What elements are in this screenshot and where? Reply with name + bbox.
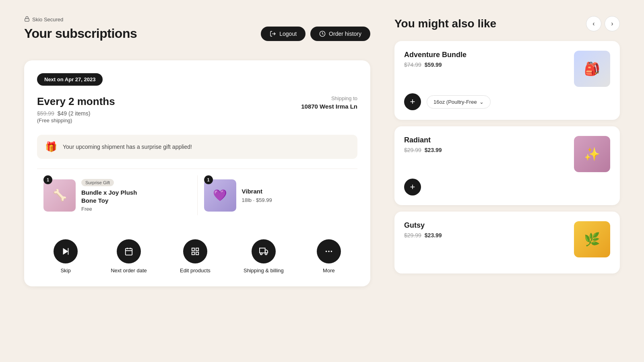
upsell-title: You might also like [394,17,496,30]
skip-button[interactable]: Skip [54,239,78,274]
logout-icon [270,31,276,37]
truck-icon [259,247,268,256]
svg-marker-3 [63,248,68,255]
free-shipping: (Free shipping) [37,117,115,123]
upsell-product-image-gutsy: 🌿 [574,221,610,257]
next-order-date-button[interactable]: Next order date [111,239,147,274]
subscription-right: Shipping to 10870 West Irma Ln [301,95,357,110]
gift-icon: 🎁 [45,141,57,152]
page-title: Your subscriptions [24,26,137,41]
subscription-frequency: Every 2 months [37,95,115,108]
chevron-down-icon: ⌄ [479,99,484,105]
header-buttons: Logout Order history [261,27,370,41]
secured-badge: Skio Secured [24,16,370,23]
svg-point-17 [326,251,327,252]
truck-icon-circle [252,239,276,263]
calendar-icon [124,247,133,256]
skip-icon-circle [54,239,78,263]
svg-rect-0 [25,19,29,21]
right-panel: You might also like ‹ › Adventure Bundle… [394,16,620,346]
logout-button[interactable]: Logout [261,27,305,41]
actions-row: Skip Next order date [37,233,357,274]
subscription-pricing: $59.99 $49 (2 items) [37,110,115,117]
page-header: Your subscriptions Logout [24,26,370,41]
gift-notice: 🎁 Your upcoming shipment has a surprise … [37,135,357,159]
edit-products-button[interactable]: Edit products [180,239,211,274]
upsell-card-adventure: Adventure Bundle $74.99 $59.99 🎒 + 16oz … [394,41,620,120]
subscription-info: Every 2 months $59.99 $49 (2 items) (Fre… [37,95,357,123]
upsell-product-image: 🎒 [574,51,610,87]
upsell-header: You might also like ‹ › [394,16,620,31]
subscription-left: Every 2 months $59.99 $49 (2 items) (Fre… [37,95,115,123]
nav-prev-button[interactable]: ‹ [586,16,601,31]
upsell-product-title: Adventure Bundle [404,51,466,59]
subscription-card: Next on Apr 27, 2023 Every 2 months $59.… [24,60,370,286]
product-info: Vibrant 18lb · $59.99 [242,187,272,203]
skip-icon [61,247,70,256]
product-badge: 1 [43,175,52,184]
more-button[interactable]: More [317,239,341,274]
add-adventure-button[interactable]: + [404,93,421,110]
products-row: 1 🦴 Surprise Gift Bundle x Joy PlushBone… [37,169,357,222]
svg-marker-14 [265,250,268,253]
product-info: Surprise Gift Bundle x Joy PlushBone Toy… [81,179,137,212]
calendar-icon-circle [117,239,141,263]
upsell-product-title: Radiant [404,136,442,144]
svg-rect-10 [196,248,198,251]
next-date-badge: Next on Apr 27, 2023 [37,73,103,86]
history-icon [319,31,326,37]
nav-buttons: ‹ › [586,16,620,31]
product-item: 1 🦴 Surprise Gift Bundle x Joy PlushBone… [37,175,198,215]
nav-next-button[interactable]: › [605,16,620,31]
svg-rect-13 [260,248,265,253]
svg-point-16 [265,253,267,255]
upsell-product-title: Gutsy [404,221,442,230]
grid-icon-circle [183,239,207,263]
svg-point-19 [331,251,332,252]
svg-rect-9 [192,248,194,251]
svg-rect-11 [196,252,198,255]
lock-icon [24,16,30,23]
upsell-card-radiant: Radiant $29.99 $23.99 ✨ + [394,126,620,205]
svg-rect-5 [126,249,132,255]
dots-icon-circle [317,239,341,263]
shipping-billing-button[interactable]: Shipping & billing [244,239,284,274]
order-history-button[interactable]: Order history [310,27,370,41]
product-item: 1 💜 Vibrant 18lb · $59.99 [198,175,358,215]
grid-icon [191,247,200,256]
add-radiant-button[interactable]: + [404,179,421,195]
svg-point-15 [260,253,262,255]
product-badge: 1 [204,175,213,184]
variant-select-adventure[interactable]: 16oz (Poultry-Free ⌄ [427,95,491,109]
svg-rect-12 [192,252,194,255]
svg-point-18 [328,251,330,252]
dots-icon [324,247,333,256]
upsell-card-gutsy: Gutsy $29.99 $23.99 🌿 [394,212,620,274]
upsell-product-image-radiant: ✨ [574,136,610,172]
